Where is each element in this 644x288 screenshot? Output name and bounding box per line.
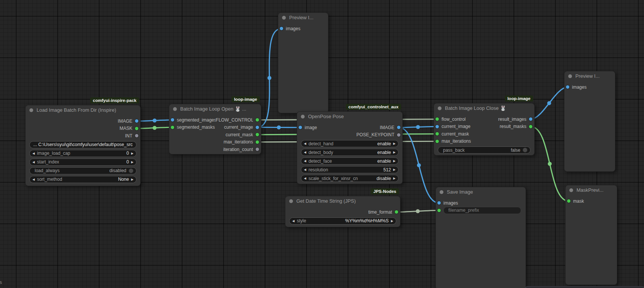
decrement-arrow-icon[interactable]: ◀ [304,166,306,173]
max_iterations-output-port[interactable] [256,140,259,144]
node-preview_right[interactable]: Preview I...images [564,71,615,172]
images-input-port[interactable] [280,27,283,30]
iteration_count-output-port[interactable] [256,148,259,151]
current_image-input-port[interactable] [435,125,439,128]
result_masks-output-port[interactable] [529,125,532,128]
sort_method-combo-widget[interactable]: ◀sort_methodNone▶ [29,176,136,183]
MASK-output-port[interactable] [135,127,138,130]
images-input-port[interactable] [437,201,441,205]
collapse-dot-icon[interactable] [173,107,177,111]
load_always-toggle-widget[interactable]: load_alwaysdisabled [29,167,136,174]
INT-output-port[interactable] [135,134,138,137]
increment-arrow-icon[interactable]: ▶ [131,159,133,166]
widget-name: sort_method [37,177,113,182]
output-label: FLOW_CONTROL [216,117,253,123]
increment-arrow-icon[interactable]: ▶ [393,149,396,156]
node-titlebar: OpenPose Pose [297,112,402,121]
node-get_datetime[interactable]: JPS-NodesGet Date Time String (JPS)time_… [285,196,400,227]
IMAGE-output-port[interactable] [135,119,138,123]
node-badge: loop-image [232,96,260,102]
widget-name: style [297,218,340,223]
increment-arrow-icon[interactable]: ▶ [131,150,133,157]
input-label: flow_control [442,117,466,122]
FLOW_CONTROL-output-port[interactable] [256,118,259,122]
node-load_image_batch[interactable]: comfyui-inspire-packLoad Image Batch Fro… [25,105,141,186]
output-label: MASK [120,126,132,131]
decrement-arrow-icon[interactable]: ◀ [32,150,35,157]
widget-name: detect_body [308,150,373,155]
increment-arrow-icon[interactable]: ▶ [393,175,396,182]
collapse-dot-icon[interactable] [568,74,572,78]
node-graph-canvas[interactable]: Preview I...imagescomfyui-inspire-packLo… [0,0,644,288]
IMAGE-output-port[interactable] [397,126,400,129]
increment-arrow-icon[interactable]: ▶ [393,166,396,173]
node-badge: comfyui_controlnet_aux [346,104,401,110]
node-title: Preview I... [575,73,600,79]
input-label: current_image [442,124,471,129]
link-wire [399,126,437,128]
flow_control-input-port[interactable] [435,117,439,121]
decrement-arrow-icon[interactable]: ◀ [292,217,294,225]
increment-arrow-icon[interactable]: ▶ [131,176,133,183]
segmented_images-input-port[interactable] [171,118,174,122]
link-midpoint-dot [277,125,281,129]
filename_prefix-input-port[interactable] [437,209,441,212]
directory-text-widget[interactable]: ... C:\Users\syui\git\comfyui\user\defau… [29,141,136,148]
decrement-arrow-icon[interactable]: ◀ [304,149,306,156]
start_index-combo-widget[interactable]: ◀start_index0▶ [29,159,136,166]
decrement-arrow-icon[interactable]: ◀ [304,175,306,182]
detect_body-combo-widget[interactable]: ◀detect_bodyenable▶ [301,149,399,156]
link-wire [137,120,173,121]
current_image-output-port[interactable] [256,126,259,129]
node-titlebar: Load Image Batch From Dir (Inspire) [26,105,140,115]
node-titlebar: Get Date Time String (JPS) [285,196,400,206]
current_mask-input-port[interactable] [435,132,439,136]
collapse-dot-icon[interactable] [301,115,305,119]
pass_back-toggle-widget[interactable]: pass_backfalse [438,146,531,154]
decrement-arrow-icon[interactable]: ◀ [304,140,306,147]
output-label: INT [125,133,132,139]
POSE_KEYPOINT-output-port[interactable] [397,133,400,137]
decrement-arrow-icon[interactable]: ◀ [32,176,35,183]
detect_hand-combo-widget[interactable]: ◀detect_handenable▶ [301,140,399,147]
image-input-port[interactable] [299,126,302,129]
node-loop_open[interactable]: loop-imageBatch Image Loop Open 🐰 ...seg… [169,104,261,154]
image_load_cap-combo-widget[interactable]: ◀image_load_cap0▶ [29,150,136,157]
toggle-knob[interactable] [129,168,133,173]
node-loop_close[interactable]: loop-imageBatch Image Loop Close 🐰flow_c… [434,103,535,156]
max_iterations-input-port[interactable] [435,140,439,143]
node-save_image[interactable]: Save Imageimagesfilename_prefix [435,187,526,288]
collapse-dot-icon[interactable] [438,106,442,110]
collapse-dot-icon[interactable] [289,199,293,203]
node-title: Save Image [447,189,473,195]
collapse-dot-icon[interactable] [29,108,33,112]
node-openpose[interactable]: comfyui_controlnet_auxOpenPose Poseimage… [297,111,403,184]
images-input-port[interactable] [566,85,569,89]
increment-arrow-icon[interactable]: ▶ [393,157,396,165]
decrement-arrow-icon[interactable]: ◀ [32,159,35,166]
decrement-arrow-icon[interactable]: ◀ [304,157,306,165]
style-combo-widget[interactable]: ◀style%Y%m%d%H%M%S▶ [289,217,396,225]
link-midpoint-dot [548,162,552,166]
node-mask_preview[interactable]: MaskPrevi...mask [565,185,617,285]
mask-input-port[interactable] [567,199,570,203]
node-preview_top[interactable]: Preview I...images [278,12,328,113]
toggle-knob[interactable] [523,148,527,152]
scale_stick_for_xinsr_cn-combo-widget[interactable]: ◀scale_stick_for_xinsr_cndisable▶ [301,175,399,182]
input-label: images [572,85,587,90]
time_format-output-port[interactable] [395,210,398,214]
increment-arrow-icon[interactable]: ▶ [393,140,396,147]
resolution-combo-widget[interactable]: ◀resolution512▶ [301,166,399,173]
current_mask-output-port[interactable] [256,133,259,136]
collapse-dot-icon[interactable] [282,16,286,20]
output-label: max_iterations [224,139,253,145]
collapse-dot-icon[interactable] [440,190,443,194]
segmented_masks-input-port[interactable] [171,126,174,129]
node-title: Preview I... [289,15,313,20]
increment-arrow-icon[interactable]: ▶ [391,217,393,225]
detect_face-combo-widget[interactable]: ◀detect_faceenable▶ [301,157,399,165]
node-title: OpenPose Pose [308,114,344,119]
filename_prefix-widget-input[interactable]: filename_prefix [443,207,521,214]
result_images-output-port[interactable] [529,117,532,121]
collapse-dot-icon[interactable] [569,188,573,192]
